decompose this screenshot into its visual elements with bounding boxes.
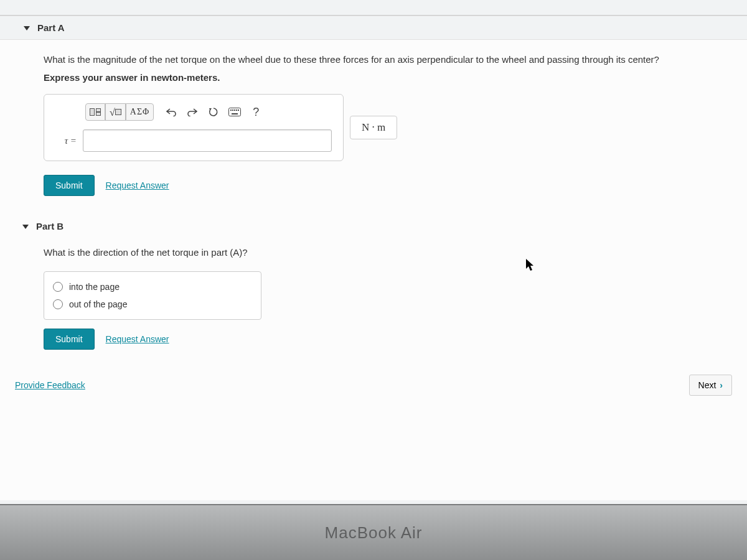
greek-button[interactable]: ΑΣΦ (126, 103, 154, 121)
option-label: out of the page (69, 299, 127, 309)
part-a-body: What is the magnitude of the net torque … (0, 40, 747, 362)
svg-rect-4 (232, 110, 233, 111)
part-b-header[interactable]: Part B (22, 215, 703, 238)
submit-button[interactable]: Submit (44, 175, 95, 196)
options-box: into the page out of the page (44, 271, 261, 320)
svg-rect-2 (229, 108, 241, 116)
option-into-page[interactable]: into the page (53, 278, 252, 296)
radio-into-page[interactable] (53, 282, 63, 292)
answer-entry-box: √ ΑΣΦ (44, 94, 344, 161)
part-b-submit-row: Submit Request Answer (44, 329, 703, 350)
option-out-of-page[interactable]: out of the page (53, 296, 252, 313)
collapse-icon (22, 223, 29, 230)
footer: Provide Feedback Next › (0, 362, 747, 408)
device-bezel: MacBook Air (0, 504, 747, 560)
redo-button[interactable] (182, 103, 202, 121)
radio-out-of-page[interactable] (53, 299, 63, 309)
help-button[interactable]: ? (246, 103, 266, 121)
template-picker-button[interactable] (85, 103, 105, 121)
toolbar-spacer (155, 103, 160, 121)
svg-rect-8 (232, 113, 238, 114)
assignment-container: Part A What is the magnitude of the net … (0, 15, 747, 500)
keyboard-button[interactable] (225, 103, 245, 121)
svg-rect-7 (238, 110, 239, 111)
part-a-title: Part A (37, 22, 65, 33)
reset-button[interactable] (204, 103, 223, 121)
formula-toolbar: √ ΑΣΦ (85, 103, 332, 121)
answer-input[interactable] (83, 129, 332, 152)
part-a-question: What is the magnitude of the net torque … (44, 52, 703, 67)
svg-rect-5 (234, 110, 235, 111)
answer-input-row: τ = (55, 129, 332, 152)
next-label: Next (698, 380, 716, 390)
device-label: MacBook Air (325, 523, 423, 543)
part-a-instruction: Express your answer in newton-meters. (44, 72, 703, 83)
submit-button[interactable]: Submit (44, 329, 95, 350)
part-a-submit-row: Submit Request Answer (44, 175, 703, 196)
part-b-question: What is the direction of the net torque … (44, 245, 703, 260)
provide-feedback-link[interactable]: Provide Feedback (15, 380, 85, 390)
collapse-icon (24, 25, 30, 31)
unit-label: N · m (350, 116, 397, 139)
undo-button[interactable] (161, 103, 181, 121)
svg-rect-6 (236, 110, 237, 111)
svg-marker-0 (24, 26, 30, 30)
part-a-header[interactable]: Part A (0, 16, 747, 40)
radical-button[interactable]: √ (105, 103, 126, 121)
chevron-right-icon: › (720, 380, 723, 390)
svg-rect-3 (230, 110, 232, 111)
option-label: into the page (69, 282, 120, 292)
part-b-title: Part B (36, 221, 63, 231)
next-button[interactable]: Next › (689, 375, 732, 396)
part-b-body: What is the direction of the net torque … (44, 245, 703, 350)
variable-label: τ = (55, 136, 77, 146)
svg-marker-9 (22, 225, 29, 229)
request-answer-link[interactable]: Request Answer (106, 334, 169, 344)
request-answer-link[interactable]: Request Answer (106, 180, 169, 190)
